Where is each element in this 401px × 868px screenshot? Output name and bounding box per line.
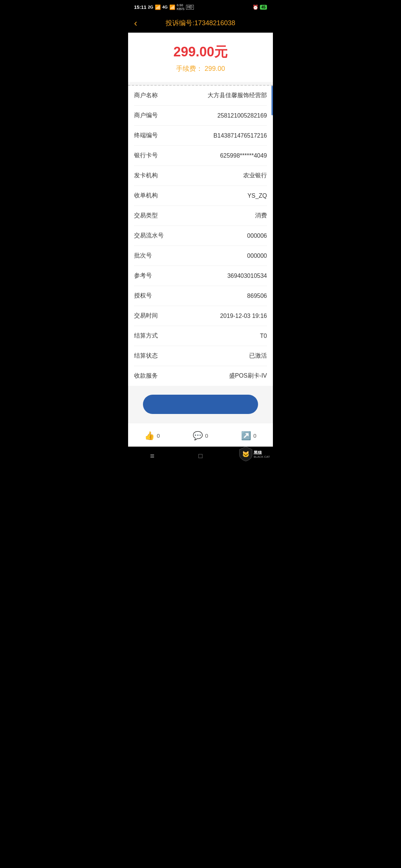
comment-count: 0 bbox=[205, 433, 208, 439]
action-button[interactable] bbox=[143, 395, 258, 414]
nav-area: ≡ □ ‹ 🐱 黑猫 BLACK CAT bbox=[128, 447, 273, 465]
detail-row: 收单机构YS_ZQ bbox=[134, 186, 267, 206]
detail-value: 625998******4049 bbox=[220, 152, 267, 159]
detail-row: 商户名称大方县佳馨服饰经营部 bbox=[134, 86, 267, 106]
detail-row: 商户编号258121005282169 bbox=[134, 106, 267, 126]
detail-value: 258121005282169 bbox=[218, 112, 267, 119]
amount-value: 299.00元 bbox=[134, 43, 267, 61]
blackcat-logo: 🐱 黑猫 BLACK CAT bbox=[239, 446, 270, 463]
action-area bbox=[128, 386, 273, 423]
status-right: ⏰ 45 bbox=[252, 4, 267, 10]
detail-row: 参考号369403010534 bbox=[134, 266, 267, 286]
detail-label: 发卡机构 bbox=[134, 172, 158, 180]
detail-row: 批次号000000 bbox=[134, 246, 267, 266]
wifi-icon: 📶 bbox=[169, 4, 175, 10]
main-content: 299.00元 手续费： 299.00 商户名称大方县佳馨服饰经营部商户编号25… bbox=[128, 33, 273, 423]
detail-value: 大方县佳馨服饰经营部 bbox=[208, 92, 267, 99]
detail-value: 已激活 bbox=[249, 352, 267, 360]
signal-bars: 📶 bbox=[155, 4, 161, 10]
share-button[interactable]: ↗️ 0 bbox=[241, 431, 256, 441]
signal-2g: 2G bbox=[148, 5, 153, 9]
detail-value: 2019-12-03 19:16 bbox=[220, 313, 267, 319]
detail-section: 商户名称大方县佳馨服饰经营部商户编号258121005282169终端编号B14… bbox=[128, 86, 273, 386]
page-header: ‹ 投诉编号:17348216038 bbox=[128, 13, 273, 33]
bottom-bar: 👍 0 💬 0 ↗️ 0 bbox=[128, 423, 273, 447]
blackcat-text-block: 黑猫 BLACK CAT bbox=[254, 450, 270, 459]
detail-label: 交易类型 bbox=[134, 212, 158, 220]
home-button[interactable]: □ bbox=[193, 448, 208, 463]
detail-row: 交易流水号000006 bbox=[134, 226, 267, 246]
detail-label: 终端编号 bbox=[134, 132, 158, 139]
blackcat-sublabel: BLACK CAT bbox=[254, 455, 270, 459]
status-bar: 15:11 2G 📶 4G 📶 0.50KB/S HD ⏰ 45 bbox=[128, 0, 273, 13]
detail-value: 369403010534 bbox=[227, 273, 267, 279]
detail-label: 银行卡号 bbox=[134, 152, 158, 160]
detail-label: 商户名称 bbox=[134, 92, 158, 99]
comment-icon: 💬 bbox=[193, 431, 203, 441]
detail-value: 消费 bbox=[255, 212, 267, 220]
detail-label: 交易流水号 bbox=[134, 232, 164, 240]
detail-row: 发卡机构农业银行 bbox=[134, 166, 267, 186]
home-icon: □ bbox=[199, 452, 203, 460]
blackcat-label: 黑猫 bbox=[254, 450, 262, 455]
comment-button[interactable]: 💬 0 bbox=[193, 431, 208, 441]
amount-section: 299.00元 手续费： 299.00 bbox=[128, 33, 273, 82]
menu-icon: ≡ bbox=[150, 452, 154, 460]
detail-label: 收单机构 bbox=[134, 192, 158, 200]
back-button[interactable]: ‹ bbox=[134, 18, 137, 28]
menu-button[interactable]: ≡ bbox=[145, 448, 160, 463]
detail-label: 结算状态 bbox=[134, 352, 158, 360]
detail-label: 结算方式 bbox=[134, 332, 158, 340]
like-button[interactable]: 👍 0 bbox=[144, 431, 160, 441]
scroll-indicator bbox=[271, 86, 273, 115]
detail-label: 批次号 bbox=[134, 252, 152, 260]
svg-text:🐱: 🐱 bbox=[242, 451, 250, 458]
detail-row: 授权号869506 bbox=[134, 286, 267, 306]
status-left: 15:11 2G 📶 4G 📶 0.50KB/S HD bbox=[134, 3, 194, 11]
detail-value: 000006 bbox=[247, 233, 267, 239]
detail-label: 参考号 bbox=[134, 272, 152, 280]
page-title: 投诉编号:17348216038 bbox=[166, 19, 235, 27]
detail-value: YS_ZQ bbox=[248, 193, 267, 199]
shield-svg: 🐱 bbox=[239, 446, 253, 461]
detail-label: 收款服务 bbox=[134, 372, 158, 380]
alarm-icon: ⏰ bbox=[252, 4, 258, 10]
detail-value: 盛POS刷卡-IV bbox=[229, 372, 267, 380]
detail-label: 商户编号 bbox=[134, 112, 158, 119]
detail-label: 交易时间 bbox=[134, 312, 158, 320]
fee-row: 手续费： 299.00 bbox=[134, 64, 267, 73]
fee-value: 299.00 bbox=[205, 65, 225, 72]
hd-badge: HD bbox=[186, 5, 193, 10]
detail-label: 授权号 bbox=[134, 292, 152, 300]
detail-value: 869506 bbox=[247, 293, 267, 299]
detail-value: B143871476517216 bbox=[213, 132, 267, 139]
detail-row: 结算状态已激活 bbox=[134, 346, 267, 366]
fee-label: 手续费： bbox=[176, 65, 203, 72]
detail-row: 交易时间2019-12-03 19:16 bbox=[134, 306, 267, 326]
detail-value: 农业银行 bbox=[243, 172, 267, 180]
detail-row: 交易类型消费 bbox=[134, 206, 267, 226]
like-icon: 👍 bbox=[144, 431, 154, 441]
speed-text: 0.50KB/S bbox=[177, 3, 185, 11]
like-count: 0 bbox=[157, 433, 160, 439]
detail-row: 银行卡号625998******4049 bbox=[134, 146, 267, 166]
time: 15:11 bbox=[134, 4, 146, 10]
detail-row: 结算方式T0 bbox=[134, 326, 267, 346]
detail-row: 终端编号B143871476517216 bbox=[134, 126, 267, 146]
share-count: 0 bbox=[253, 433, 256, 439]
detail-row: 收款服务盛POS刷卡-IV bbox=[134, 366, 267, 386]
blackcat-shield: 🐱 bbox=[239, 446, 253, 463]
battery-level: 45 bbox=[260, 5, 267, 10]
signal-4g: 4G bbox=[162, 5, 168, 9]
detail-value: T0 bbox=[260, 333, 267, 339]
share-icon: ↗️ bbox=[241, 431, 251, 441]
detail-value: 000000 bbox=[247, 253, 267, 259]
